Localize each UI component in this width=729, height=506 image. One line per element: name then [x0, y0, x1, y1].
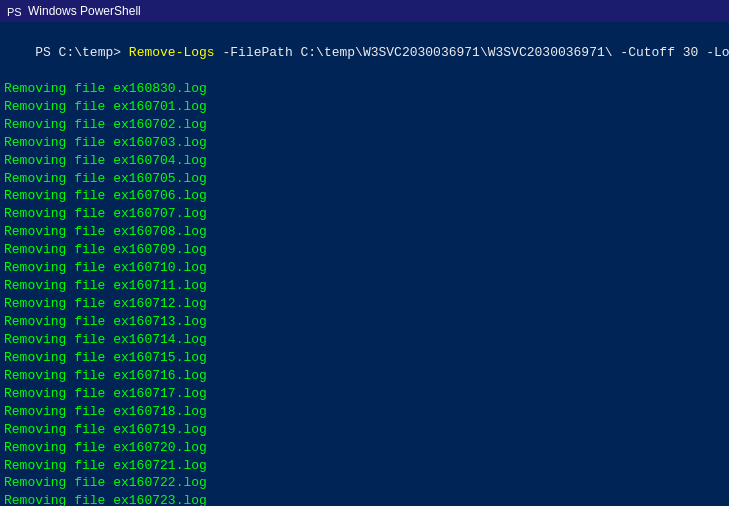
- svg-text:PS: PS: [7, 6, 22, 18]
- output-line: Removing file ex160714.log: [4, 331, 725, 349]
- window-title: Windows PowerShell: [28, 4, 141, 18]
- output-line: Removing file ex160713.log: [4, 313, 725, 331]
- output-line: Removing file ex160712.log: [4, 295, 725, 313]
- output-line: Removing file ex160717.log: [4, 385, 725, 403]
- output-line: Removing file ex160711.log: [4, 277, 725, 295]
- output-lines: Removing file ex160830.logRemoving file …: [4, 80, 725, 506]
- output-line: Removing file ex160709.log: [4, 241, 725, 259]
- output-line: Removing file ex160703.log: [4, 134, 725, 152]
- command-name: Remove-Logs: [129, 45, 215, 60]
- powershell-icon: PS: [6, 3, 22, 19]
- output-line: Removing file ex160721.log: [4, 457, 725, 475]
- output-line: Removing file ex160702.log: [4, 116, 725, 134]
- output-line: Removing file ex160715.log: [4, 349, 725, 367]
- output-line: Removing file ex160720.log: [4, 439, 725, 457]
- output-line: Removing file ex160705.log: [4, 170, 725, 188]
- output-line: Removing file ex160701.log: [4, 98, 725, 116]
- command-args: -FilePath C:\temp\W3SVC2030036971\W3SVC2…: [215, 45, 729, 60]
- command-line: PS C:\temp> Remove-Logs -FilePath C:\tem…: [4, 26, 725, 80]
- output-line: Removing file ex160704.log: [4, 152, 725, 170]
- output-line: Removing file ex160723.log: [4, 492, 725, 506]
- output-line: Removing file ex160710.log: [4, 259, 725, 277]
- title-bar: PS Windows PowerShell: [0, 0, 729, 22]
- output-line: Removing file ex160706.log: [4, 187, 725, 205]
- output-line: Removing file ex160716.log: [4, 367, 725, 385]
- output-line: Removing file ex160707.log: [4, 205, 725, 223]
- output-line: Removing file ex160830.log: [4, 80, 725, 98]
- prompt-text: PS C:\temp>: [35, 45, 129, 60]
- output-line: Removing file ex160719.log: [4, 421, 725, 439]
- output-line: Removing file ex160718.log: [4, 403, 725, 421]
- output-line: Removing file ex160708.log: [4, 223, 725, 241]
- output-line: Removing file ex160722.log: [4, 474, 725, 492]
- terminal-body: PS C:\temp> Remove-Logs -FilePath C:\tem…: [0, 22, 729, 506]
